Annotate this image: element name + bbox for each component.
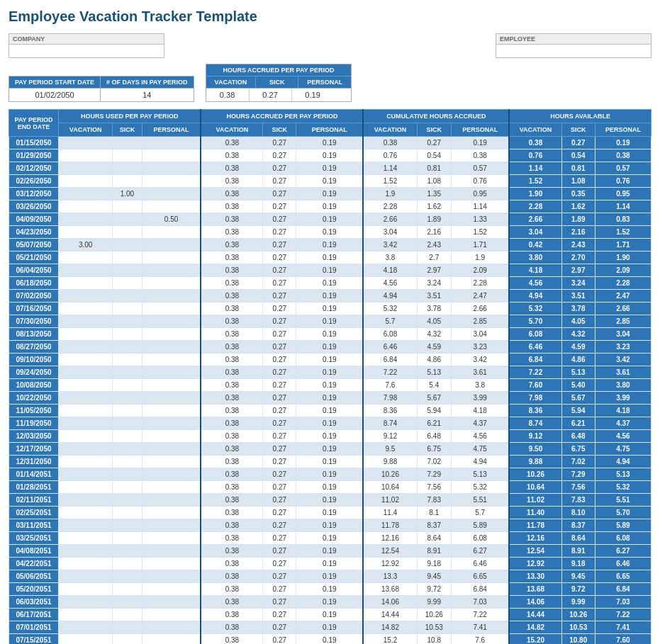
table-cell: [59, 213, 113, 226]
table-cell: 14.06: [509, 596, 561, 609]
table-cell: [59, 162, 113, 175]
table-cell: 0.19: [296, 379, 364, 392]
table-cell: 3.24: [417, 277, 451, 290]
table-cell: 01/15/2050: [9, 137, 59, 149]
table-cell: 4.37: [451, 417, 509, 430]
table-cell: 0.27: [263, 456, 296, 468]
table-cell: 0.27: [263, 315, 296, 328]
avail-vacation-header: VACATION: [509, 123, 561, 137]
table-cell: 0.27: [263, 366, 296, 379]
table-cell: 0.19: [296, 634, 364, 645]
table-cell: 0.38: [201, 264, 262, 277]
table-cell: 1.89: [417, 213, 451, 226]
table-cell: 04/23/2050: [9, 226, 59, 239]
table-cell: 13.3: [363, 570, 417, 583]
table-cell: [59, 545, 113, 558]
employee-field-group: EMPLOYEE: [496, 33, 651, 58]
table-cell: 0.19: [296, 303, 364, 315]
accrual-sick-value: 0.27: [249, 89, 291, 101]
table-cell: 4.86: [417, 354, 451, 366]
table-cell: 5.51: [595, 494, 651, 507]
table-cell: [59, 277, 113, 290]
company-input[interactable]: [9, 45, 164, 58]
table-cell: [142, 341, 201, 354]
table-cell: [142, 303, 201, 315]
table-cell: [59, 328, 113, 341]
table-cell: 10.8: [417, 634, 451, 645]
accrual-vacation-value: 0.38: [206, 89, 249, 101]
table-cell: 4.56: [509, 277, 561, 290]
table-cell: 9.5: [363, 443, 417, 456]
table-cell: [142, 456, 201, 468]
table-cell: [59, 430, 113, 443]
table-cell: 0.27: [263, 570, 296, 583]
table-cell: 4.75: [451, 443, 509, 456]
col-hours-used-header: HOURS USED PER PAY PERIOD: [59, 110, 201, 123]
table-cell: 0.38: [201, 456, 262, 468]
table-cell: 06/17/2051: [9, 609, 59, 621]
table-cell: 14.82: [363, 621, 417, 634]
table-cell: [59, 596, 113, 609]
table-cell: 0.27: [263, 494, 296, 507]
table-cell: [113, 570, 142, 583]
table-cell: 0.19: [296, 609, 364, 621]
employee-input[interactable]: [496, 45, 651, 58]
table-cell: 0.19: [296, 456, 364, 468]
table-cell: [59, 315, 113, 328]
col-end-date-header: PAY PERIODEND DATE: [9, 110, 59, 137]
table-cell: 5.7: [451, 507, 509, 519]
table-cell: [113, 137, 142, 149]
table-cell: 0.19: [296, 226, 364, 239]
table-cell: 12.54: [363, 545, 417, 558]
table-cell: 7.02: [417, 456, 451, 468]
pay-period-start-header: PAY PERIOD START DATE: [9, 77, 100, 88]
table-cell: [113, 252, 142, 264]
table-cell: [113, 328, 142, 341]
table-cell: 0.27: [263, 213, 296, 226]
table-cell: 0.19: [296, 621, 364, 634]
table-cell: 14.44: [509, 609, 561, 621]
table-cell: 0.19: [296, 545, 364, 558]
table-cell: 5.32: [451, 481, 509, 494]
table-cell: 0.19: [296, 366, 364, 379]
table-cell: [59, 405, 113, 417]
table-cell: 12.16: [509, 532, 561, 545]
table-cell: 0.38: [201, 507, 262, 519]
table-cell: [59, 456, 113, 468]
table-cell: 5.40: [561, 379, 595, 392]
table-cell: 7.60: [509, 379, 561, 392]
table-cell: 0.19: [296, 239, 364, 252]
table-cell: 10/08/2050: [9, 379, 59, 392]
table-cell: 0.19: [296, 213, 364, 226]
table-cell: 1.14: [509, 162, 561, 175]
table-cell: 06/03/2051: [9, 596, 59, 609]
table-cell: [59, 137, 113, 149]
table-cell: 0.19: [296, 264, 364, 277]
table-cell: 4.94: [451, 456, 509, 468]
table-cell: 9.99: [417, 596, 451, 609]
cumul-vacation-header: VACATION: [363, 123, 417, 137]
table-cell: 0.38: [201, 290, 262, 303]
employee-label: EMPLOYEE: [496, 33, 651, 45]
table-cell: 7.41: [595, 621, 651, 634]
table-cell: 11/05/2050: [9, 405, 59, 417]
table-cell: [142, 481, 201, 494]
table-cell: [59, 379, 113, 392]
table-cell: [59, 200, 113, 213]
table-cell: 0.19: [595, 137, 651, 149]
table-cell: 8.64: [417, 532, 451, 545]
table-cell: 0.27: [263, 583, 296, 596]
table-cell: [113, 430, 142, 443]
table-cell: 0.38: [451, 149, 509, 162]
table-cell: 05/06/2051: [9, 570, 59, 583]
table-cell: 2.09: [595, 264, 651, 277]
table-cell: 02/26/2050: [9, 175, 59, 188]
table-cell: 2.43: [561, 239, 595, 252]
table-cell: 15.2: [363, 634, 417, 645]
table-cell: 0.19: [296, 532, 364, 545]
table-cell: 4.18: [363, 264, 417, 277]
table-cell: 3.99: [451, 392, 509, 405]
table-cell: [113, 609, 142, 621]
table-cell: 0.38: [201, 519, 262, 532]
table-cell: 13.68: [363, 583, 417, 596]
